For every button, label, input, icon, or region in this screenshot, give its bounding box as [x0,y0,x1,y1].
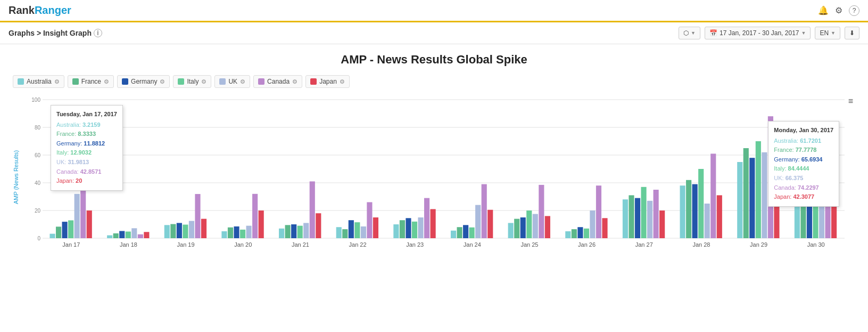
x-label: Jan 20 [234,241,252,248]
legend-item-japan[interactable]: Japan ⚙ [305,75,350,88]
bar [252,194,258,238]
date-range-label: 17 Jan, 2017 - 30 Jan, 2017 [720,29,799,37]
download-icon: ⬇ [849,29,855,37]
bar [451,231,456,238]
bar [68,220,73,238]
bar [539,185,544,238]
bar [144,232,149,238]
bar [119,231,125,238]
legend-gear-uk[interactable]: ⚙ [240,78,245,85]
toolbar: ⬡ ▼ 📅 17 Jan, 2017 - 30 Jan, 2017 ▼ EN ▼… [679,27,859,39]
bar [285,225,291,238]
bar [526,210,532,238]
x-label: Jan 26 [578,241,596,248]
bar [310,181,315,238]
bar [279,229,284,238]
bar [373,217,378,238]
bar [482,184,487,238]
legend-item-france[interactable]: France ⚙ [68,75,114,88]
x-label: Jan 17 [62,241,80,248]
y-label: 40 [35,180,41,186]
breadcrumb-text: Graphs > Insight Graph [9,29,92,37]
bar [807,147,812,238]
cube-icon: ⬡ [683,29,689,37]
bar [354,222,360,238]
legend: Australia ⚙ France ⚙ Germany ⚙ Italy ⚙ U… [13,75,855,88]
bar [743,148,749,238]
legend-gear-france[interactable]: ⚙ [104,78,109,85]
bar [406,218,411,238]
info-icon[interactable]: i [94,29,102,37]
chart-area: AMP - News Results Global Spike Australi… [0,44,868,268]
legend-label-australia: Australia [27,78,52,85]
x-label: Jan 28 [692,241,710,248]
bar [654,190,659,238]
legend-item-australia[interactable]: Australia ⚙ [13,75,64,88]
cube-chevron: ▼ [691,30,696,36]
bar [831,180,837,238]
bar [825,135,830,238]
legend-gear-canada[interactable]: ⚙ [292,78,297,85]
bar [75,194,80,238]
bell-icon[interactable]: 🔔 [818,5,829,15]
bar [768,116,773,238]
bar [361,226,366,238]
x-label: Jan 18 [120,241,137,248]
bar [749,158,755,238]
help-icon[interactable]: ? [849,5,859,16]
date-range-button[interactable]: 📅 17 Jan, 2017 - 30 Jan, 2017 ▼ [705,27,811,39]
bar [813,121,818,238]
bar [572,229,577,238]
bar [240,230,245,238]
legend-label-france: France [81,78,101,85]
bar [774,183,779,238]
legend-gear-germany[interactable]: ⚙ [160,78,165,85]
legend-label-canada: Canada [267,78,290,85]
bar [584,229,589,238]
bar [80,179,86,238]
legend-gear-italy[interactable]: ⚙ [201,78,206,85]
bar [800,131,806,238]
bar [659,210,665,238]
calendar-icon: 📅 [709,29,717,37]
bar [795,153,800,238]
legend-item-italy[interactable]: Italy ⚙ [173,75,211,88]
chart-menu-icon[interactable]: ≡ [846,94,855,108]
legend-gear-australia[interactable]: ⚙ [54,78,60,85]
breadcrumb: Graphs > Insight Graph i [9,29,102,37]
bar [737,162,742,238]
bar [514,219,519,238]
legend-item-canada[interactable]: Canada ⚙ [253,75,302,88]
bar [131,228,137,238]
legend-item-germany[interactable]: Germany ⚙ [117,75,170,88]
bar [698,169,704,238]
bar [49,234,55,238]
legend-gear-japan[interactable]: ⚙ [340,78,345,85]
bar [565,231,571,238]
download-button[interactable]: ⬇ [845,27,859,39]
legend-dot-uk [219,78,226,85]
bar [710,153,716,238]
language-button[interactable]: EN ▼ [815,27,840,39]
bar [113,233,119,238]
bar [487,210,493,238]
bar [56,226,61,238]
settings-icon[interactable]: ⚙ [835,5,842,15]
bar [545,216,550,238]
legend-item-uk[interactable]: UK ⚙ [214,75,250,88]
nav-icons: 🔔 ⚙ ? [818,5,859,16]
x-label: Jan 22 [349,241,367,248]
x-label: Jan 27 [635,241,653,248]
bar [418,217,423,238]
bar [297,226,303,238]
chart-title: AMP - News Results Global Spike [13,53,855,67]
bar [424,198,429,238]
chart-wrapper: AMP (News Results) 020406080100Jan 17Jan… [13,94,855,260]
bar [692,184,698,238]
breadcrumb-bar: Graphs > Insight Graph i ⬡ ▼ 📅 17 Jan, 2… [0,22,868,44]
bar [641,187,646,238]
bar [195,194,200,238]
bar [596,185,601,238]
logo-rank: Rank [9,4,35,16]
cube-button[interactable]: ⬡ ▼ [679,27,700,39]
